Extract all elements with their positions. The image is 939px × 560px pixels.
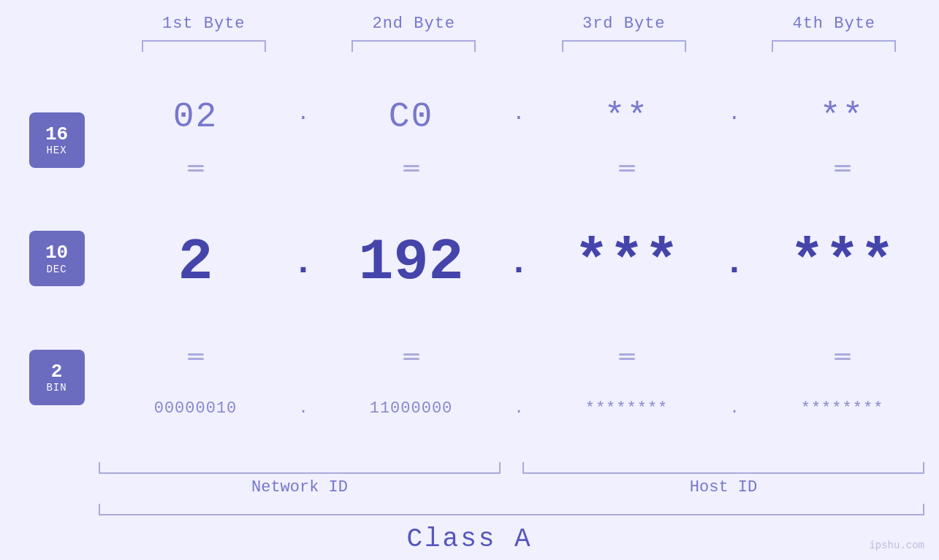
eq-sign-21 bbox=[188, 353, 204, 360]
byte-label-3: 3rd Byte bbox=[519, 15, 729, 33]
hex-val-1: 02 bbox=[99, 97, 292, 137]
hex-value-1: 02 bbox=[173, 97, 218, 137]
dec-val-4: *** bbox=[745, 229, 939, 296]
dec-value-4: *** bbox=[789, 229, 894, 296]
eq-sign-1 bbox=[188, 165, 204, 172]
badge-bin: 2 BIN bbox=[29, 350, 85, 405]
badge-bin-number: 2 bbox=[51, 361, 63, 383]
badge-hex-label: HEX bbox=[46, 145, 66, 156]
outer-bracket bbox=[99, 504, 924, 515]
badge-dec-number: 10 bbox=[45, 242, 68, 264]
equals-row-2 bbox=[99, 348, 939, 366]
bottom-brackets-row bbox=[99, 462, 924, 474]
content-area: 16 HEX 10 DEC 2 BIN 02 . C0 bbox=[0, 74, 939, 459]
badge-hex: 16 HEX bbox=[29, 112, 85, 168]
byte-labels-row: 1st Byte 2nd Byte 3rd Byte 4th Byte bbox=[0, 15, 939, 33]
bottom-bracket-host bbox=[522, 462, 924, 474]
bin-value-3: ******** bbox=[585, 399, 669, 418]
badge-hex-number: 16 bbox=[45, 124, 68, 145]
eq1-4 bbox=[745, 159, 939, 177]
eq-sign-3 bbox=[619, 165, 635, 172]
bin-val-2: 11000000 bbox=[314, 399, 508, 418]
bin-dot-2: . bbox=[508, 399, 530, 418]
bin-val-4: ******** bbox=[745, 399, 939, 418]
bin-val-3: ******** bbox=[530, 399, 723, 418]
hex-dot-3: . bbox=[723, 102, 745, 125]
bottom-section: Network ID Host ID bbox=[0, 462, 939, 496]
bracket-cell-3 bbox=[519, 40, 729, 52]
eq-sign-24 bbox=[835, 353, 851, 360]
host-id-label: Host ID bbox=[522, 478, 924, 496]
byte-label-1: 1st Byte bbox=[99, 15, 309, 33]
dec-dot-1: . bbox=[292, 243, 314, 283]
eq2-4 bbox=[745, 348, 939, 366]
bin-value-4: ******** bbox=[801, 399, 884, 418]
dec-val-1: 2 bbox=[99, 229, 292, 296]
bracket-cell-1 bbox=[99, 40, 309, 52]
hex-value-3: ** bbox=[604, 97, 650, 137]
hex-dot-1: . bbox=[292, 102, 314, 125]
eq1-2 bbox=[314, 159, 508, 177]
bytes-area: 02 . C0 . ** . ** bbox=[99, 74, 939, 459]
dec-dot-3: . bbox=[723, 243, 745, 283]
eq1-1 bbox=[99, 159, 292, 177]
dec-val-3: *** bbox=[530, 229, 723, 296]
top-bracket-2 bbox=[351, 40, 476, 52]
eq-sign-4 bbox=[835, 165, 851, 172]
bin-dot-1: . bbox=[292, 399, 314, 418]
bottom-bracket-gap bbox=[501, 462, 522, 474]
hex-row: 02 . C0 . ** . ** bbox=[99, 74, 939, 159]
bottom-bracket-network bbox=[99, 462, 501, 474]
byte-label-2: 2nd Byte bbox=[309, 15, 520, 33]
bin-dot-3: . bbox=[723, 399, 745, 418]
main-container: 1st Byte 2nd Byte 3rd Byte 4th Byte 16 H… bbox=[0, 0, 939, 560]
eq-sign-23 bbox=[619, 353, 635, 360]
badges-column: 16 HEX 10 DEC 2 BIN bbox=[15, 74, 99, 459]
hex-dot-2: . bbox=[508, 102, 530, 125]
bottom-labels-row: Network ID Host ID bbox=[99, 478, 924, 496]
eq2-2 bbox=[314, 348, 508, 366]
badge-dec-label: DEC bbox=[46, 264, 66, 275]
bracket-cell-4 bbox=[729, 40, 940, 52]
watermark: ipshu.com bbox=[869, 540, 924, 551]
dec-row: 2 . 192 . *** . *** bbox=[99, 177, 939, 348]
dec-dot-2: . bbox=[508, 243, 530, 283]
eq-sign-22 bbox=[403, 353, 419, 360]
class-label-row: Class A bbox=[0, 524, 939, 554]
dec-value-3: *** bbox=[574, 229, 679, 296]
hex-value-4: ** bbox=[820, 97, 865, 137]
badge-dec: 10 DEC bbox=[29, 231, 85, 286]
top-bracket-3 bbox=[562, 40, 686, 52]
hex-val-4: ** bbox=[745, 97, 939, 137]
hex-value-2: C0 bbox=[389, 97, 434, 137]
top-bracket-4 bbox=[772, 40, 896, 52]
dec-value-1: 2 bbox=[178, 229, 213, 296]
bin-value-2: 11000000 bbox=[370, 399, 453, 418]
bin-value-1: 00000010 bbox=[154, 399, 237, 418]
bin-row: 00000010 . 11000000 . ******** . *******… bbox=[99, 366, 939, 451]
byte-label-4: 4th Byte bbox=[729, 15, 940, 33]
eq-sign-2 bbox=[403, 165, 419, 172]
eq1-3 bbox=[530, 159, 723, 177]
badge-bin-label: BIN bbox=[46, 382, 66, 394]
equals-row-1 bbox=[99, 159, 939, 177]
class-label: Class A bbox=[406, 524, 532, 554]
hex-val-2: C0 bbox=[314, 97, 508, 137]
eq2-3 bbox=[530, 348, 723, 366]
bracket-cell-2 bbox=[309, 40, 520, 52]
network-id-label: Network ID bbox=[99, 478, 501, 496]
dec-value-2: 192 bbox=[358, 229, 463, 296]
top-bracket-1 bbox=[142, 40, 266, 52]
outer-bracket-row bbox=[0, 504, 939, 515]
eq2-1 bbox=[99, 348, 292, 366]
dec-val-2: 192 bbox=[314, 229, 508, 296]
hex-val-3: ** bbox=[530, 97, 723, 137]
bin-val-1: 00000010 bbox=[99, 399, 292, 418]
top-brackets-row bbox=[0, 40, 939, 52]
